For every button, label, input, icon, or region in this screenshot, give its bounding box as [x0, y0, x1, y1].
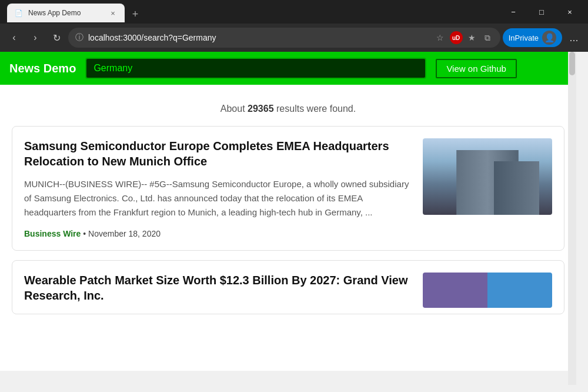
browser-chrome: 📄 News App Demo × + − □ × ‹ › ↻ ⓘ localh…: [0, 0, 588, 52]
favorites-star-icon[interactable]: ☆: [435, 32, 446, 44]
article-title-1[interactable]: Samsung Semiconductor Europe Completes E…: [24, 138, 411, 169]
minimize-button[interactable]: −: [500, 2, 527, 21]
tab-close-button[interactable]: ×: [108, 8, 118, 18]
profile-avatar: 👤: [542, 31, 556, 45]
ublock-badge[interactable]: uD: [450, 31, 463, 44]
building-graphic: [423, 138, 552, 215]
collections-star-icon[interactable]: ★: [466, 32, 478, 44]
article-meta-1: Business Wire • November 18, 2020: [24, 229, 411, 238]
split-screen-icon[interactable]: ⧉: [482, 32, 493, 44]
inprivate-button[interactable]: InPrivate 👤: [503, 28, 562, 47]
active-tab[interactable]: 📄 News App Demo ×: [7, 4, 125, 22]
forward-button[interactable]: ›: [26, 28, 45, 47]
tab-title: News App Demo: [28, 9, 103, 17]
search-container: [85, 58, 426, 79]
article-image-1: [423, 138, 552, 215]
info-icon: ⓘ: [75, 32, 83, 43]
article-card-2: Wearable Patch Market Size Worth $12.3 B…: [12, 260, 564, 314]
back-button[interactable]: ‹: [5, 28, 24, 47]
article-date-1: November 18, 2020: [88, 229, 161, 238]
refresh-button[interactable]: ↻: [47, 28, 66, 47]
new-tab-button[interactable]: +: [127, 6, 143, 22]
tab-page-icon: 📄: [14, 8, 24, 18]
search-input[interactable]: [85, 58, 426, 79]
scrollbar-track: [568, 52, 576, 385]
meta-dot-1: •: [83, 229, 86, 238]
title-bar: 📄 News App Demo × + − □ ×: [0, 0, 588, 24]
image-purple-section: [423, 273, 487, 308]
results-count: 29365: [248, 104, 274, 114]
article-card-1: Samsung Semiconductor Europe Completes E…: [12, 126, 564, 251]
github-button[interactable]: View on Github: [436, 59, 516, 78]
restore-button[interactable]: □: [528, 2, 555, 21]
results-summary: About 29365 results were found.: [12, 104, 564, 114]
results-post: results were found.: [274, 104, 356, 114]
app-header: News Demo View on Github: [0, 52, 576, 85]
more-options-button[interactable]: ...: [564, 28, 583, 47]
scrollbar-thumb[interactable]: [569, 52, 575, 75]
inprivate-label: InPrivate: [509, 34, 539, 42]
main-content: About 29365 results were found. Samsung …: [0, 85, 576, 371]
card-content-1: Samsung Semiconductor Europe Completes E…: [24, 138, 411, 238]
results-pre: About: [220, 104, 248, 114]
app-logo: News Demo: [9, 62, 76, 75]
address-icons: ☆ uD ★ ⧉: [435, 31, 493, 44]
image-blue-section: [487, 273, 552, 308]
address-bar[interactable]: ⓘ localhost:3000/search?q=Germany ☆ uD ★…: [68, 28, 500, 48]
app-wrapper: News Demo View on Github About 29365 res…: [0, 52, 576, 371]
nav-bar: ‹ › ↻ ⓘ localhost:3000/search?q=Germany …: [0, 24, 588, 52]
article-image-2: [423, 273, 552, 308]
address-text: localhost:3000/search?q=Germany: [88, 33, 430, 42]
article-source-1[interactable]: Business Wire: [24, 229, 81, 238]
window-controls: − □ ×: [500, 2, 583, 21]
close-button[interactable]: ×: [556, 2, 583, 21]
article-title-2[interactable]: Wearable Patch Market Size Worth $12.3 B…: [24, 273, 411, 303]
card-content-2: Wearable Patch Market Size Worth $12.3 B…: [24, 273, 411, 303]
article-snippet-1: MUNICH--(BUSINESS WIRE)-- #5G--Samsung S…: [24, 177, 411, 220]
